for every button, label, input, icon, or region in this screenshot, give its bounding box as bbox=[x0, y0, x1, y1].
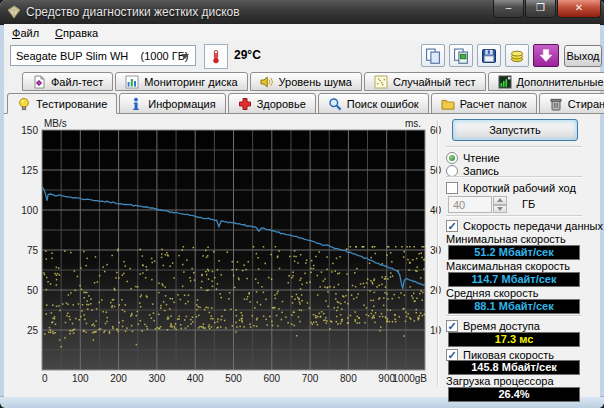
copy-icon bbox=[425, 48, 441, 64]
tab-noise-level[interactable]: Уровень шума bbox=[250, 72, 362, 91]
tab-folder-usage[interactable]: Расчет папок bbox=[431, 93, 537, 114]
stepper-down-button[interactable] bbox=[493, 205, 507, 214]
tab-info[interactable]: Информация bbox=[119, 93, 225, 114]
size-stepper bbox=[493, 196, 507, 213]
tab-label: Информация bbox=[148, 98, 215, 110]
short-stroke-row[interactable]: Короткий рабочий ход bbox=[446, 181, 576, 194]
transfer-speed-row[interactable]: Скорость передачи данных bbox=[446, 219, 603, 232]
minimize-button[interactable]: – bbox=[493, 0, 524, 18]
toolbar: Seagate BUP Slim WH (1000 ГБ) 29°C Выход bbox=[4, 41, 600, 71]
min-speed-label: Минимальная скорость bbox=[446, 233, 566, 245]
close-button[interactable]: ✕ bbox=[557, 0, 601, 18]
toolbar-icon-buttons bbox=[421, 44, 563, 67]
size-unit-label: ГБ bbox=[522, 198, 535, 210]
separator bbox=[446, 315, 582, 317]
burst-rate-label: Пиковая скорость bbox=[463, 349, 554, 361]
tab-erase[interactable]: Стирание bbox=[539, 93, 604, 114]
thermometer-icon bbox=[208, 49, 224, 65]
menu-item-help[interactable]: Справка bbox=[47, 25, 106, 41]
min-speed-value: 51.2 Мбайт/сек bbox=[448, 245, 580, 260]
maximize-button[interactable]: ❐ bbox=[525, 0, 556, 18]
max-speed-label: Максимальная скорость bbox=[446, 260, 570, 272]
access-time-value: 17.3 мс bbox=[448, 332, 580, 347]
random-test-icon bbox=[374, 75, 388, 89]
svg-text:MB/s: MB/s bbox=[44, 118, 67, 129]
benchmark-chart: MB/sms.150125100755025605040302010010020… bbox=[4, 114, 444, 386]
radio-read-label: Чтение bbox=[463, 152, 500, 164]
svg-text:50: 50 bbox=[27, 285, 39, 296]
exit-button[interactable]: Выход bbox=[564, 45, 602, 67]
bulb-icon bbox=[17, 97, 31, 111]
tab-extra-tests[interactable]: Дополнительные тесты bbox=[488, 72, 604, 91]
window-controls: – ❐ ✕ bbox=[492, 0, 601, 18]
download-icon bbox=[538, 48, 554, 64]
info-icon bbox=[129, 97, 143, 111]
svg-text:25: 25 bbox=[27, 325, 39, 336]
tab-health[interactable]: Здоровье bbox=[228, 93, 316, 114]
radio-write-dot[interactable] bbox=[446, 165, 458, 177]
save-icon bbox=[481, 48, 497, 64]
burst-rate-checkbox[interactable] bbox=[446, 349, 458, 361]
temperature-value: 29°C bbox=[234, 48, 261, 62]
size-input[interactable]: 40 bbox=[448, 196, 492, 213]
svg-text:150: 150 bbox=[21, 125, 38, 136]
svg-text:100: 100 bbox=[21, 205, 38, 216]
svg-text:600: 600 bbox=[263, 373, 280, 384]
extra-tests-icon bbox=[498, 75, 512, 89]
menu-item-file[interactable]: Файл bbox=[4, 25, 47, 41]
search-icon bbox=[328, 97, 342, 111]
access-time-label: Время доступа bbox=[463, 320, 540, 332]
svg-text:400: 400 bbox=[187, 373, 204, 384]
tools-button[interactable] bbox=[505, 44, 529, 67]
tab-label: Уровень шума bbox=[279, 76, 352, 88]
radio-read-dot[interactable] bbox=[446, 152, 458, 164]
tab-row-secondary: Файл-тестМониторинг дискаУровень шумаСлу… bbox=[22, 71, 604, 91]
svg-text:1000gB: 1000gB bbox=[393, 373, 428, 384]
tab-random-test[interactable]: Случайный тест bbox=[364, 72, 486, 91]
tab-label: Здоровье bbox=[257, 98, 306, 110]
transfer-speed-label: Скорость передачи данных bbox=[463, 220, 603, 232]
radio-read[interactable]: Чтение bbox=[446, 151, 500, 164]
download-button[interactable] bbox=[533, 44, 559, 67]
tab-label: Стирание bbox=[568, 98, 604, 110]
stepper-up-button[interactable] bbox=[493, 196, 507, 205]
trash-icon bbox=[549, 97, 563, 111]
tab-label: Мониторинг диска bbox=[144, 76, 237, 88]
drive-select[interactable]: Seagate BUP Slim WH (1000 ГБ) bbox=[10, 45, 196, 66]
arrow-up-icon bbox=[497, 198, 503, 202]
transfer-speed-checkbox[interactable] bbox=[446, 220, 458, 232]
access-time-row[interactable]: Время доступа bbox=[446, 319, 540, 332]
drive-select-value: Seagate BUP Slim WH (1000 ГБ) bbox=[16, 50, 189, 62]
svg-text:50: 50 bbox=[430, 165, 442, 176]
svg-text:ms.: ms. bbox=[405, 118, 421, 129]
copy-button[interactable] bbox=[421, 44, 445, 67]
avg-speed-label: Средняя скорость bbox=[446, 287, 538, 299]
access-time-checkbox[interactable] bbox=[446, 320, 458, 332]
coins-icon bbox=[509, 48, 525, 64]
start-button[interactable]: Запустить bbox=[452, 119, 578, 141]
control-panel: Запустить Чтение Запись Короткий рабочий… bbox=[444, 114, 586, 396]
svg-text:0: 0 bbox=[42, 373, 48, 384]
disk-monitor-icon bbox=[125, 75, 139, 89]
copy-image-icon bbox=[453, 48, 469, 64]
svg-text:40: 40 bbox=[430, 205, 442, 216]
tab-label: Поиск ошибок bbox=[347, 98, 419, 110]
tab-error-scan[interactable]: Поиск ошибок bbox=[318, 93, 429, 114]
temperature-button[interactable] bbox=[204, 44, 228, 69]
radio-write-label: Запись bbox=[463, 165, 499, 177]
tab-label: Расчет папок bbox=[460, 98, 527, 110]
tab-label: Файл-тест bbox=[51, 76, 103, 88]
tab-label: Случайный тест bbox=[393, 76, 476, 88]
save-button[interactable] bbox=[477, 44, 501, 67]
short-stroke-checkbox[interactable] bbox=[446, 182, 458, 194]
tab-benchmark[interactable]: Тестирование bbox=[7, 93, 117, 114]
tab-disk-monitor[interactable]: Мониторинг диска bbox=[115, 72, 247, 91]
svg-text:500: 500 bbox=[225, 373, 242, 384]
copy-image-button[interactable] bbox=[449, 44, 473, 67]
short-stroke-size: 40 ГБ bbox=[444, 196, 586, 213]
tab-file-test[interactable]: Файл-тест bbox=[22, 72, 113, 91]
max-speed-value: 114.7 Мбайт/сек bbox=[448, 272, 580, 287]
window-title: Средство диагностики жестких дисков bbox=[26, 5, 240, 19]
arrow-down-icon bbox=[497, 207, 503, 211]
title-bar[interactable]: Средство диагностики жестких дисков – ❐ … bbox=[0, 0, 604, 25]
